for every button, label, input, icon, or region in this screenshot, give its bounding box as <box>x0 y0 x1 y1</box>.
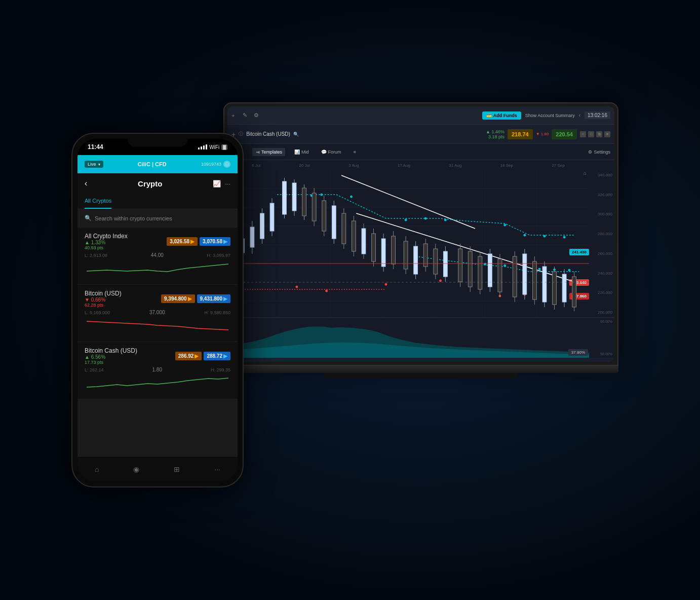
chart-area[interactable]: 6 Jul 20 Jul 3 Aug 17 Aug 31 Aug 14 Sep … <box>227 160 614 317</box>
svg-point-26 <box>350 196 353 198</box>
window-controls: ─ □ ⧉ ✕ <box>580 131 610 137</box>
svg-rect-96 <box>523 254 527 294</box>
ask-price[interactable]: 220.54 <box>552 129 577 139</box>
svg-point-28 <box>424 217 427 220</box>
instrument-name: Bitcoin (USD) <box>85 290 122 297</box>
phone-instrument-list: All Crypto Index ▲ 1.33% 40.93 pts 3,026… <box>77 228 238 399</box>
svg-point-16 <box>325 290 328 292</box>
ask-box[interactable]: 9,431.800 ▶ <box>197 294 231 303</box>
bid-box[interactable]: 3,026.58 ▶ <box>167 237 198 246</box>
list-item[interactable]: All Crypto Index ▲ 1.33% 40.93 pts 3,026… <box>77 228 238 285</box>
symbol-search-icon[interactable]: 🔍 <box>293 132 299 137</box>
laptop-foot <box>325 373 517 378</box>
phone-search-bar[interactable]: 🔍 Search within crypto currencies <box>77 209 238 228</box>
discover-icon: ◉ <box>133 465 139 473</box>
date-6: 14 Sep <box>500 163 513 168</box>
svg-point-38 <box>538 268 541 271</box>
bottom-nav-home[interactable]: ⌂ <box>95 465 99 473</box>
low-value: L: 262.14 <box>85 367 104 372</box>
tab-all-cryptos[interactable]: All Cryptos <box>85 194 111 209</box>
chart-toolbar: nths ⫤ Templates 📊 Mid 💬 Forum <box>227 144 614 160</box>
signal-bars <box>198 144 207 149</box>
toolbar-settings[interactable]: ⚙ Settings <box>588 149 610 155</box>
maximize-btn[interactable]: □ <box>588 131 594 137</box>
svg-rect-68 <box>372 234 376 261</box>
platform-top-bar: + ✎ ⚙ 💳 Add Funds Show Account Summary ‹ <box>227 106 614 125</box>
list-item-header: Bitcoin (USD) ▼ 0.66% 62.28 pts 9,394.80… <box>85 290 230 308</box>
minimize-btn[interactable]: ─ <box>580 131 586 137</box>
bottom-nav-discover[interactable]: ◉ <box>133 465 139 473</box>
ask-value: 288.72 <box>207 353 222 359</box>
spread-value: 37.000 <box>149 310 165 315</box>
spread-value: 44.00 <box>151 252 164 258</box>
toolbar-mid[interactable]: 📊 Mid <box>291 148 312 156</box>
scene-container: + ✎ ⚙ 💳 Add Funds Show Account Summary ‹ <box>71 72 629 528</box>
high-value: H: 299.35 <box>211 367 230 372</box>
wifi-icon: WiFi <box>209 144 219 150</box>
mini-chart <box>85 374 230 390</box>
mini-chart <box>85 317 230 332</box>
change-pct: ▲ 1.33% <box>85 240 128 245</box>
date-5: 31 Aug <box>449 163 461 168</box>
bottom-nav-more[interactable]: ··· <box>214 465 220 473</box>
toolbar-hamburger[interactable]: ≡ <box>351 148 359 156</box>
price-320: 320.000 <box>591 193 612 197</box>
plus-icon[interactable]: + <box>231 112 239 119</box>
info-circle-icon[interactable]: ⓘ <box>223 161 230 168</box>
svg-rect-62 <box>342 213 346 244</box>
price-280: 280.000 <box>591 232 612 236</box>
phone-screen: 11:44 WiFi ▓ Live ▾ <box>77 139 238 481</box>
price-200: 200.000 <box>591 310 612 315</box>
list-item[interactable]: Bitcoin (USD) ▼ 0.66% 62.28 pts 9,394.80… <box>77 285 238 342</box>
laptop-device: + ✎ ⚙ 💳 Add Funds Show Account Summary ‹ <box>223 102 629 498</box>
live-badge[interactable]: Live ▾ <box>85 161 103 168</box>
search-placeholder: Search within crypto currencies <box>95 215 172 221</box>
candlestick-chart <box>227 170 589 317</box>
svg-rect-100 <box>542 267 547 302</box>
settings-icon[interactable]: ⚙ <box>254 112 261 119</box>
bid-box[interactable]: 286.92 ▶ <box>175 352 202 360</box>
svg-rect-82 <box>443 251 447 277</box>
back-button[interactable]: ‹ <box>85 179 87 188</box>
more-icon[interactable]: ··· <box>225 180 230 188</box>
add-funds-button[interactable]: 💳 Add Funds <box>482 111 521 120</box>
bid-value: 9,394.800 <box>164 296 187 302</box>
ask-arrow: ▶ <box>223 353 227 359</box>
low-value: L: 9,169.000 <box>85 310 110 315</box>
laptop-screen: + ✎ ⚙ 💳 Add Funds Show Account Summary ‹ <box>227 106 614 362</box>
ask-box[interactable]: 3,070.58 ▶ <box>200 237 230 246</box>
close-btn[interactable]: ✕ <box>604 131 610 137</box>
expand-icon[interactable]: ‹ <box>579 113 580 118</box>
edit-icon[interactable]: ✎ <box>243 112 250 119</box>
svg-point-18 <box>439 280 442 282</box>
toolbar-forum[interactable]: 💬 Forum <box>318 148 344 156</box>
ask-box[interactable]: 288.72 ▶ <box>204 352 230 360</box>
info-icon: ⓘ <box>239 131 243 137</box>
svg-rect-44 <box>250 227 254 247</box>
indicator-labels: 60.00% 50.00% <box>589 318 614 358</box>
svg-rect-56 <box>312 193 316 221</box>
indicator-area: 60.00% 50.00% 37.80% <box>227 317 614 358</box>
section-title: Crypto <box>92 179 208 188</box>
phone-tabs: All Cryptos <box>77 194 238 209</box>
svg-rect-66 <box>362 229 366 254</box>
restore-btn[interactable]: ⧉ <box>596 131 602 137</box>
chart-icon[interactable]: 📈 <box>213 180 221 188</box>
svg-line-13 <box>341 175 475 229</box>
bid-arrow: ▶ <box>195 353 199 359</box>
toolbar-templates[interactable]: ⫤ Templates <box>252 148 285 156</box>
price-change-pct: ▲ 1.46% <box>486 129 504 134</box>
signal-bar-2 <box>201 146 202 149</box>
list-item-details: L: 2,913.08 44.00 H: 3,095.97 <box>85 252 230 258</box>
price-240: 240.000 <box>591 271 612 276</box>
list-item[interactable]: Bitcoin Cash (USD) ▲ 6.56% 17.73 pts 286… <box>77 342 238 399</box>
bid-price[interactable]: 218.74 <box>508 129 533 139</box>
volume-chart <box>227 318 589 358</box>
bid-value: 286.92 <box>178 353 194 359</box>
svg-rect-74 <box>404 241 408 269</box>
bid-box[interactable]: 9,394.800 ▶ <box>161 294 195 303</box>
svg-rect-76 <box>414 246 418 274</box>
bottom-pct-bar: 37.80% <box>568 349 588 356</box>
show-account-button[interactable]: Show Account Summary <box>525 113 575 118</box>
bottom-nav-portfolio[interactable]: ⊞ <box>174 465 180 473</box>
